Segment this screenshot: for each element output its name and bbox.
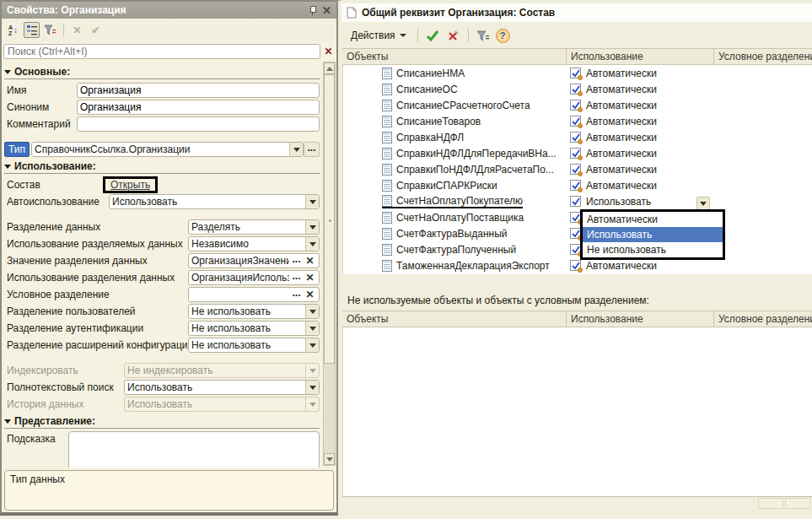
- usage-dropdown-button[interactable]: [696, 197, 710, 210]
- ellipsis-button[interactable]: [289, 255, 304, 267]
- type-chip[interactable]: Тип: [4, 142, 30, 157]
- clear-icon[interactable]: [304, 254, 316, 268]
- scrollbar-thumb[interactable]: [324, 74, 335, 364]
- categories-icon[interactable]: [24, 22, 40, 38]
- clear-icon[interactable]: [304, 271, 316, 284]
- composition-open-link[interactable]: Открыть: [110, 179, 150, 191]
- synonym-input[interactable]: [80, 101, 316, 113]
- help-icon[interactable]: [496, 29, 510, 43]
- dropdown-arrow-icon[interactable]: [305, 322, 319, 335]
- filter-icon[interactable]: [476, 28, 492, 44]
- table-row[interactable]: СправкиНДФЛДляПередачиВНа...Автоматическ…: [343, 145, 812, 161]
- dropdown-arrow-icon: [305, 397, 319, 411]
- usage-checkbox[interactable]: [570, 148, 581, 159]
- section-usage[interactable]: Использование:: [4, 159, 320, 174]
- usage-checkbox[interactable]: [570, 196, 581, 207]
- shared-data-use-select[interactable]: Независимо: [188, 236, 320, 251]
- apply-icon[interactable]: ✔: [88, 22, 104, 38]
- usage-cell: Автоматически: [567, 148, 715, 159]
- properties-scrollbar[interactable]: [323, 62, 336, 466]
- column-header-conditional[interactable]: Условное разделение: [714, 49, 812, 64]
- dropdown-arrow-icon[interactable]: [305, 381, 319, 394]
- table-row[interactable]: СчетНаОплатуПокупателюИспользовать: [343, 193, 812, 209]
- search-row: ✕: [2, 41, 336, 62]
- usage-checkbox[interactable]: [570, 132, 581, 143]
- type-field[interactable]: СправочникСсылка.Организации: [31, 142, 304, 157]
- comment-input[interactable]: [80, 118, 316, 130]
- fulltext-select[interactable]: Использовать: [124, 380, 320, 395]
- table-row[interactable]: СправкаНДФЛАвтоматически: [343, 129, 812, 145]
- table-row[interactable]: СчетНаОплатуПоставщика: [343, 209, 812, 225]
- dropdown-arrow-icon[interactable]: [305, 338, 319, 352]
- usage-value: Автоматически: [586, 260, 657, 272]
- ext-separation-select[interactable]: Не использовать: [188, 338, 320, 353]
- column-header-objects[interactable]: Объекты: [342, 311, 567, 327]
- scroll-up-icon[interactable]: [324, 62, 335, 74]
- table-row[interactable]: ТаможеннаяДекларацияЭкспортАвтоматически: [343, 257, 812, 273]
- table-row[interactable]: СписаниеОСАвтоматически: [343, 81, 812, 97]
- table-row[interactable]: СписаниеТоваровАвтоматически: [343, 113, 812, 129]
- clear-icon[interactable]: [304, 288, 316, 301]
- property-row-synonym: Синоним: [4, 99, 320, 116]
- table-row[interactable]: СчетФактураПолученный: [343, 241, 812, 257]
- usage-checkbox[interactable]: [570, 84, 581, 95]
- usage-checkbox[interactable]: [570, 180, 581, 191]
- dropdown-arrow-icon[interactable]: [305, 220, 319, 234]
- tooltip-textarea[interactable]: [68, 431, 320, 468]
- users-separation-select[interactable]: Не использовать: [188, 304, 320, 319]
- pin-icon[interactable]: [309, 5, 317, 15]
- ellipsis-button[interactable]: [289, 289, 304, 300]
- filter-icon[interactable]: [42, 22, 58, 38]
- column-header-objects[interactable]: Объекты: [342, 49, 567, 64]
- name-input[interactable]: [80, 84, 316, 96]
- section-main[interactable]: Основные:: [4, 65, 320, 79]
- table-row[interactable]: СписаниеСРасчетногоСчетаАвтоматически: [343, 97, 812, 113]
- column-header-usage[interactable]: Использование: [567, 49, 714, 64]
- usage-checkbox[interactable]: [570, 116, 581, 127]
- section-view[interactable]: Представление:: [4, 414, 320, 429]
- table-row[interactable]: СчетФактураВыданный: [343, 225, 812, 241]
- object-cell: СписаниеНМА: [343, 68, 567, 79]
- usage-checkbox[interactable]: [570, 164, 581, 175]
- conditional-separation-field[interactable]: [188, 287, 320, 302]
- usage-checkbox[interactable]: [570, 260, 581, 271]
- usage-cell: Автоматически: [567, 100, 715, 111]
- search-clear-icon[interactable]: ✕: [322, 46, 335, 57]
- table-row[interactable]: СписаниеНМААвтоматически: [343, 65, 812, 81]
- ok-check-icon[interactable]: [425, 28, 441, 44]
- dropdown-option-not-use[interactable]: Не использовать: [583, 242, 723, 257]
- usage-checkbox[interactable]: [570, 100, 581, 111]
- column-header-usage[interactable]: Использование: [567, 311, 714, 327]
- table-row[interactable]: СправкиПоНДФЛДляРасчетаПо...Автоматическ…: [343, 161, 812, 177]
- property-row-type: Тип СправочникСсылка.Организации: [4, 141, 320, 158]
- dropdown-arrow-icon[interactable]: [305, 195, 319, 208]
- scroll-down-icon[interactable]: [324, 453, 335, 465]
- separation-use-field[interactable]: ОрганизацияИспользова: [188, 270, 320, 285]
- table-row[interactable]: СправкиСПАРКРискиАвтоматически: [343, 177, 812, 193]
- dropdown-arrow-icon[interactable]: [289, 143, 303, 156]
- auto-use-select[interactable]: Использовать: [109, 194, 320, 209]
- column-header-conditional[interactable]: Условное разделение: [714, 311, 812, 327]
- dropdown-arrow-icon[interactable]: [305, 237, 319, 251]
- actions-button[interactable]: Действия: [347, 27, 411, 44]
- object-name: СправкаНДФЛ: [396, 132, 464, 143]
- ellipsis-button[interactable]: [289, 272, 304, 284]
- usage-cell: Автоматически: [567, 180, 715, 192]
- close-icon[interactable]: ✕: [322, 4, 331, 17]
- sort-az-icon[interactable]: AZ↓: [5, 22, 21, 38]
- type-ellipsis-button[interactable]: [304, 142, 320, 157]
- separation-value-field[interactable]: ОрганизацияЗначение: [188, 253, 320, 268]
- cancel-x-icon[interactable]: [445, 28, 461, 44]
- properties-title-bar[interactable]: Свойства: Организация ✕: [2, 2, 336, 19]
- composition-label: Состав: [4, 179, 103, 191]
- dropdown-option-auto[interactable]: Автоматически: [583, 212, 723, 227]
- dropdown-arrow-icon[interactable]: [305, 305, 319, 318]
- delete-icon[interactable]: ✕: [69, 22, 85, 38]
- data-separation-select[interactable]: Разделять: [188, 219, 320, 235]
- auth-separation-select[interactable]: Не использовать: [188, 321, 320, 336]
- property-row-ext-separation: Разделение расширений конфигурации Не ис…: [4, 337, 320, 354]
- tooltip-label: Подсказка: [4, 431, 68, 445]
- dropdown-option-use[interactable]: Использовать: [583, 227, 723, 242]
- usage-checkbox[interactable]: [570, 68, 581, 78]
- search-input[interactable]: [3, 44, 320, 59]
